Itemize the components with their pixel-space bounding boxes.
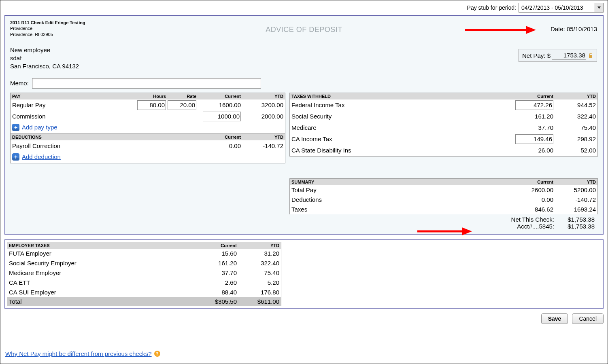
sum-ytd: 5200.00 xyxy=(553,186,596,193)
emptax-ytd: 31.20 xyxy=(237,250,279,257)
emptax-row: FUTA Employer 15.60 31.20 xyxy=(7,249,281,258)
netcheck-value: $1,753.38 xyxy=(558,216,595,223)
emptax-name: CA ETT xyxy=(9,279,192,286)
sum-title: SUMMARY xyxy=(291,180,509,184)
acct-value: $1,753.38 xyxy=(558,223,595,230)
emptax-current: 15.60 xyxy=(192,250,237,257)
tax-row: Medicare 37.70 75.40 xyxy=(290,122,597,133)
date-value: 05/10/2013 xyxy=(567,25,597,32)
ded-current: 0.00 xyxy=(196,142,241,149)
tax-title: TAXES WITHHELD xyxy=(291,94,509,99)
netpay-label: Net Pay: $ xyxy=(522,52,551,59)
tax-current: 37.70 xyxy=(538,124,553,131)
emptax-row: Medicare Employer 37.70 75.40 xyxy=(7,268,281,278)
emptax-title: EMPLOYER TAXES xyxy=(9,243,192,248)
tax-ytd: 75.40 xyxy=(553,124,596,131)
sum-ytd: 1693.24 xyxy=(553,206,596,213)
emptax-ytd: 322.40 xyxy=(237,260,279,267)
emptax-current: 2.60 xyxy=(192,279,237,286)
plus-icon[interactable]: + xyxy=(12,124,19,131)
emptax-name: CA SUI Employer xyxy=(9,289,192,296)
ded-ytd: -140.72 xyxy=(241,142,283,149)
check-date: Date: 05/10/2013 xyxy=(551,25,597,32)
sum-name: Taxes xyxy=(291,206,509,213)
sum-ytd: -140.72 xyxy=(553,196,596,203)
pay-current: 1600.00 xyxy=(219,102,241,108)
emptax-ytd: 5.20 xyxy=(237,279,279,286)
tax-ytd: 944.52 xyxy=(553,102,596,108)
netpay-input[interactable] xyxy=(552,51,586,59)
help-icon[interactable]: ? xyxy=(154,351,160,357)
tax-col-ytd: YTD xyxy=(553,94,596,99)
emptax-name: FUTA Employer xyxy=(9,250,192,257)
chevron-down-icon xyxy=(597,6,601,9)
why-netpay-link[interactable]: Why Net Pay might be different from prev… xyxy=(5,350,152,357)
emptax-current: 37.70 xyxy=(192,269,237,276)
sum-col-current: Current xyxy=(509,180,553,184)
plus-icon[interactable]: + xyxy=(12,153,19,161)
add-deduction-link[interactable]: Add deduction xyxy=(22,153,61,160)
pay-col-current: Current xyxy=(196,94,241,99)
tax-name: Federal Income Tax xyxy=(291,102,509,108)
paystub-panel: 2011 R11 Check Edit Fringe Testing Provi… xyxy=(4,15,604,235)
pay-title: PAY xyxy=(12,94,136,99)
employer-taxes-panel: EMPLOYER TAXES Current YTD FUTA Employer… xyxy=(7,242,281,306)
sum-current: 0.00 xyxy=(509,196,553,203)
employee-line2: sdaf xyxy=(10,54,598,62)
pay-col-hours: Hours xyxy=(136,94,166,99)
emptax-total-row: Total $305.50 $611.00 xyxy=(7,297,281,306)
pay-name: Regular Pay xyxy=(12,102,136,108)
sum-current: 2600.00 xyxy=(509,186,553,193)
ded-title: DEDUCTIONS xyxy=(12,135,196,140)
memo-input[interactable] xyxy=(32,78,261,89)
ded-col-ytd: YTD xyxy=(241,135,283,140)
deductions-panel: DEDUCTIONS Current YTD Payroll Correctio… xyxy=(10,134,285,163)
tax-row: Federal Income Tax 944.52 xyxy=(290,99,597,111)
rate-input[interactable] xyxy=(168,100,196,110)
emptax-total-ytd: $611.00 xyxy=(237,298,279,305)
emptax-row: CA ETT 2.60 5.20 xyxy=(7,278,281,288)
emptax-total-label: Total xyxy=(9,298,192,305)
cancel-button[interactable]: Cancel xyxy=(572,313,604,324)
hours-input[interactable] xyxy=(137,100,166,110)
employee-block: New employee sdaf San Francisco, CA 9413… xyxy=(10,46,598,71)
tax-ytd: 322.40 xyxy=(553,113,596,120)
save-button[interactable]: Save xyxy=(541,313,568,324)
emptax-name: Medicare Employer xyxy=(9,269,192,276)
taxes-panel: TAXES WITHHELD Current YTD Federal Incom… xyxy=(289,93,598,157)
advice-heading: ADVICE OF DEPOSIT xyxy=(5,25,603,34)
tax-col-current: Current xyxy=(509,94,553,99)
employee-line1: New employee xyxy=(10,46,598,54)
ded-name: Payroll Correction xyxy=(12,142,196,149)
period-dropdown-button[interactable] xyxy=(595,3,603,12)
pay-col-ytd: YTD xyxy=(241,94,283,99)
emptax-row: CA SUI Employer 88.40 176.80 xyxy=(7,288,281,297)
current-input[interactable] xyxy=(203,112,241,121)
tax-ytd: 52.00 xyxy=(553,147,596,154)
summary-footer: Net This Check:$1,753.38 Acct#....5845:$… xyxy=(289,214,598,230)
add-pay-type-link[interactable]: Add pay type xyxy=(22,124,57,131)
tax-ytd: 298.92 xyxy=(553,135,596,142)
pay-ytd: 2000.00 xyxy=(241,113,283,120)
sum-current: 846.62 xyxy=(509,206,553,213)
tax-name: CA State Disability Ins xyxy=(291,147,509,154)
emptax-col-current: Current xyxy=(192,243,237,248)
emptax-current: 88.40 xyxy=(192,289,237,296)
tax-current-input[interactable] xyxy=(515,134,553,144)
tax-current-input[interactable] xyxy=(515,100,553,110)
emptax-col-ytd: YTD xyxy=(237,243,279,248)
tax-row: CA State Disability Ins 26.00 52.00 xyxy=(290,145,597,156)
period-dropdown[interactable]: 04/27/2013 - 05/10/2013 xyxy=(519,3,604,13)
sum-name: Total Pay xyxy=(291,186,509,193)
period-value: 04/27/2013 - 05/10/2013 xyxy=(519,4,595,12)
ded-col-current: Current xyxy=(196,135,241,140)
tax-row: CA Income Tax 298.92 xyxy=(290,133,597,145)
lock-icon[interactable] xyxy=(588,53,593,58)
emptax-ytd: 176.80 xyxy=(237,289,279,296)
sum-col-ytd: YTD xyxy=(553,180,596,184)
netpay-box: Net Pay: $ xyxy=(519,49,597,62)
summary-row: Total Pay 2600.00 5200.00 xyxy=(290,185,597,195)
netcheck-label: Net This Check: xyxy=(497,216,554,223)
emptax-current: 161.20 xyxy=(192,260,237,267)
save-button-label: Save xyxy=(548,315,561,322)
